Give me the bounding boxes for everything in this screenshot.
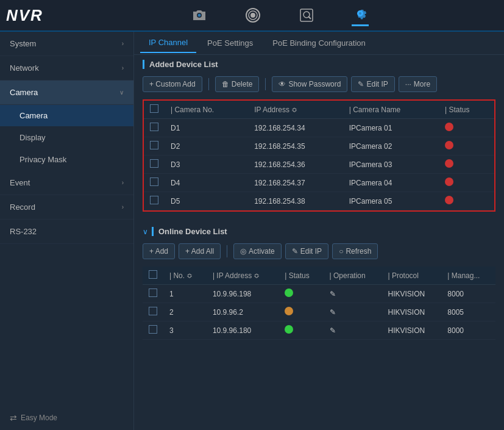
activate-button[interactable]: ◎ Activate — [233, 243, 282, 259]
added-device-title: Added Device List — [143, 60, 495, 69]
camera-no-cell: D3 — [165, 156, 248, 174]
easy-mode-button[interactable]: ⇄ Easy Mode — [0, 406, 134, 430]
edit-ip-button[interactable]: ✎ Edit IP — [351, 76, 394, 92]
online-device-title: Online Device List — [152, 227, 227, 236]
online-header-checkbox[interactable] — [149, 270, 157, 279]
collapse-icon[interactable]: ∨ — [143, 228, 148, 236]
custom-add-button[interactable]: + Custom Add — [143, 76, 202, 92]
status-dot-icon — [445, 177, 453, 186]
table-row[interactable]: 1 10.9.96.198 ✎ HIKVISION 8000 — [143, 285, 495, 303]
added-device-table: | Camera No. IP Address ≎ | Camera Name … — [144, 101, 494, 210]
sidebar-item-event[interactable]: Event › — [0, 171, 133, 195]
toolbar-divider — [227, 245, 227, 257]
protocol-cell: HIKVISION — [382, 303, 441, 321]
operation-cell[interactable]: ✎ — [324, 321, 382, 340]
sidebar-sub-item-privacy-mask[interactable]: Privacy Mask — [0, 149, 133, 171]
refresh-icon: ○ — [339, 247, 343, 256]
row-checkbox[interactable] — [150, 196, 158, 204]
ip-address-cell: 192.168.254.35 — [248, 137, 343, 156]
online-edit-ip-button[interactable]: ✎ Edit IP — [285, 243, 328, 259]
add-all-button[interactable]: + Add All — [179, 243, 221, 259]
added-device-tbody: D1 192.168.254.34 IPCamera 01 D2 192.168… — [144, 119, 494, 210]
tab-ip-channel[interactable]: IP Channel — [140, 33, 196, 53]
ip-address-cell: 192.168.254.34 — [248, 119, 343, 137]
camera-name-cell: IPCamera 02 — [343, 137, 439, 156]
col-ip-address: IP Address ≎ — [248, 101, 343, 119]
show-password-button[interactable]: 👁 Show Password — [272, 76, 347, 92]
easy-mode-icon: ⇄ — [10, 413, 17, 423]
table-row[interactable]: D4 192.168.254.37 IPCamera 04 — [144, 174, 494, 192]
sidebar-sub-item-camera[interactable]: Camera — [0, 105, 133, 127]
svg-rect-4 — [300, 9, 313, 21]
settings-nav-icon[interactable] — [352, 5, 369, 26]
table-row[interactable]: 3 10.9.96.180 ✎ HIKVISION 8000 — [143, 321, 495, 340]
sidebar-sub-item-display[interactable]: Display — [0, 127, 133, 149]
delete-button[interactable]: 🗑 Delete — [215, 76, 260, 92]
svg-point-0 — [197, 14, 201, 17]
table-row[interactable]: 2 10.9.96.2 ✎ HIKVISION 8005 — [143, 303, 495, 321]
online-col-status: | Status — [279, 267, 323, 285]
col-status: | Status — [439, 101, 494, 119]
col-checkbox — [144, 101, 165, 119]
content-area: IP Channel PoE Settings PoE Binding Conf… — [134, 32, 504, 430]
header-checkbox[interactable] — [150, 104, 158, 113]
no-cell: 2 — [163, 303, 207, 321]
ip-cell: 10.9.96.180 — [207, 321, 279, 340]
tab-poe-binding[interactable]: PoE Binding Configuration — [264, 34, 374, 52]
app-logo: NVR — [6, 6, 43, 25]
top-bar: NVR — [0, 0, 504, 32]
table-row[interactable]: D2 192.168.254.35 IPCamera 02 — [144, 137, 494, 156]
location-icon: ◎ — [240, 247, 246, 256]
row-checkbox[interactable] — [150, 177, 158, 186]
online-col-no: | No. ≎ — [163, 267, 207, 285]
refresh-button[interactable]: ○ Refresh — [332, 243, 378, 259]
svg-line-6 — [308, 16, 311, 19]
sidebar-item-record[interactable]: Record › — [0, 195, 133, 220]
toolbar-divider — [265, 78, 266, 90]
search-nav-icon[interactable] — [298, 7, 315, 24]
pencil-icon: ✎ — [292, 247, 298, 256]
toolbar-divider — [208, 78, 209, 90]
camera-name-cell: IPCamera 03 — [343, 156, 439, 174]
online-device-table: | No. ≎ | IP Address ≎ | Status | Operat… — [143, 267, 495, 340]
row-checkbox[interactable] — [150, 141, 158, 149]
tab-poe-settings[interactable]: PoE Settings — [199, 34, 261, 52]
status-cell — [439, 156, 494, 174]
add-button[interactable]: + Add — [143, 243, 175, 259]
operation-cell[interactable]: ✎ — [324, 285, 382, 303]
added-device-section: Added Device List + Custom Add 🗑 Delete … — [134, 55, 504, 218]
ip-cell: 10.9.96.198 — [207, 285, 279, 303]
status-dot-icon — [445, 196, 453, 204]
no-cell: 1 — [163, 285, 207, 303]
sidebar-item-system[interactable]: System › — [0, 32, 133, 56]
online-col-ip: | IP Address ≎ — [207, 267, 279, 285]
online-col-operation: | Operation — [324, 267, 382, 285]
row-checkbox[interactable] — [150, 123, 158, 131]
sidebar-item-network[interactable]: Network › — [0, 56, 133, 81]
status-dot-icon — [445, 123, 453, 131]
playback-nav-icon[interactable] — [244, 7, 261, 24]
operation-cell[interactable]: ✎ — [324, 303, 382, 321]
port-cell: 8005 — [441, 303, 495, 321]
sidebar-item-camera[interactable]: Camera ∨ — [0, 81, 133, 105]
camera-name-cell: IPCamera 01 — [343, 119, 439, 137]
online-table-header-row: | No. ≎ | IP Address ≎ | Status | Operat… — [143, 267, 495, 285]
row-checkbox[interactable] — [149, 325, 157, 334]
row-checkbox[interactable] — [149, 307, 157, 315]
table-row[interactable]: D1 192.168.254.34 IPCamera 01 — [144, 119, 494, 137]
camera-no-cell: D1 — [165, 119, 248, 137]
row-checkbox[interactable] — [149, 288, 157, 297]
status-cell — [279, 321, 323, 340]
camera-nav-icon[interactable] — [191, 7, 208, 24]
row-checkbox[interactable] — [150, 159, 158, 168]
table-row[interactable]: D3 192.168.254.36 IPCamera 03 — [144, 156, 494, 174]
trash-icon: 🗑 — [222, 80, 229, 88]
status-cell — [439, 174, 494, 192]
table-row[interactable]: D5 192.168.254.38 IPCamera 05 — [144, 192, 494, 210]
status-dot-icon — [445, 141, 453, 149]
pencil-icon: ✎ — [358, 80, 364, 88]
more-button[interactable]: ··· More — [399, 76, 437, 92]
sidebar-item-rs232[interactable]: RS-232 — [0, 220, 133, 244]
col-camera-no: | Camera No. — [165, 101, 248, 119]
chevron-icon: › — [122, 179, 124, 186]
